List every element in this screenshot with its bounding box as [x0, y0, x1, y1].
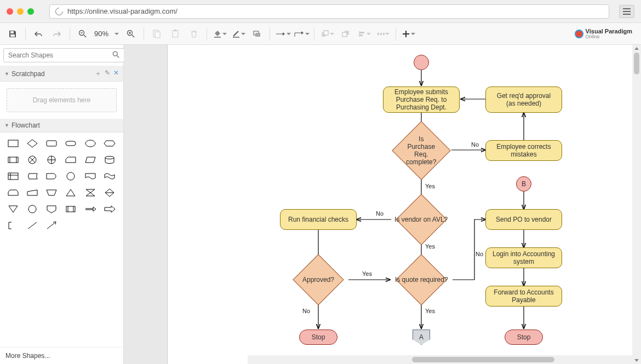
waypoint-button[interactable]: [293, 26, 310, 42]
shape-arrow-line[interactable]: [45, 220, 58, 231]
node-stop-1[interactable]: Stop: [299, 330, 337, 345]
node-corrects[interactable]: Employee corrects mistakes: [485, 140, 562, 161]
copy-button[interactable]: [148, 26, 165, 42]
svg-rect-16: [255, 33, 260, 37]
delete-button[interactable]: [186, 26, 202, 42]
shape-connector-circle[interactable]: [64, 171, 77, 182]
to-back-button[interactable]: [337, 26, 354, 42]
shape-rectangle[interactable]: [7, 138, 20, 149]
node-complete-q[interactable]: Is Purchase Req. complete?: [392, 121, 450, 180]
undo-button[interactable]: [30, 26, 47, 42]
zoom-dropdown[interactable]: [112, 26, 121, 42]
shape-hexagon[interactable]: [103, 138, 116, 149]
maximize-window-icon[interactable]: [27, 8, 34, 15]
paste-button[interactable]: [167, 26, 184, 42]
shape-extract[interactable]: [64, 187, 77, 198]
shape-stored-data[interactable]: [26, 171, 39, 182]
shape-merge[interactable]: [7, 204, 20, 215]
node-avl-q[interactable]: Is vendor on AVL?: [396, 194, 447, 245]
scratchpad-dropzone[interactable]: Drag elements here: [7, 88, 117, 112]
shape-card[interactable]: [64, 154, 77, 165]
node-approved-q[interactable]: Approved?: [293, 254, 344, 305]
scratchpad-header[interactable]: ▼ Scratchpad ＋ ✎ ✕: [0, 66, 123, 82]
shape-display[interactable]: [64, 204, 77, 215]
shape-annotation[interactable]: [7, 220, 20, 231]
shape-predefined[interactable]: [7, 154, 20, 165]
scrollbar-thumb-v[interactable]: [634, 53, 639, 74]
svg-rect-33: [47, 141, 56, 146]
scroll-up-icon[interactable]: [634, 47, 639, 50]
shape-line[interactable]: [26, 220, 39, 231]
shape-transfer[interactable]: [84, 204, 97, 215]
search-icon[interactable]: [112, 51, 120, 60]
scratchpad-close-icon[interactable]: ✕: [113, 69, 119, 78]
node-a-offpage[interactable]: A: [413, 330, 430, 345]
svg-point-45: [105, 157, 114, 159]
insert-button[interactable]: [400, 26, 417, 42]
shape-manual-input[interactable]: [26, 187, 39, 198]
canvas-area[interactable]: Employee submits Purchase Req. to Purcha…: [124, 45, 641, 364]
label-yes-1: Yes: [425, 183, 435, 189]
distribute-button[interactable]: [375, 26, 391, 42]
label-no-2: No: [376, 210, 384, 217]
shape-tape[interactable]: [103, 171, 116, 182]
horizontal-scrollbar[interactable]: [248, 355, 632, 364]
redo-button[interactable]: [49, 26, 65, 42]
shape-arrow[interactable]: [103, 204, 116, 215]
browser-menu-button[interactable]: [619, 5, 634, 18]
connection-button[interactable]: [274, 26, 291, 42]
scroll-down-icon[interactable]: [634, 359, 639, 362]
svg-point-30: [113, 51, 117, 56]
node-fin-checks[interactable]: Run financial checks: [280, 209, 357, 230]
brand-logo-area[interactable]: Visual Paradigm Online: [575, 28, 637, 39]
reload-icon[interactable]: [54, 6, 65, 17]
shape-internal-storage[interactable]: [7, 171, 20, 182]
search-shapes-input[interactable]: [3, 48, 124, 62]
shape-rounded-rect[interactable]: [45, 138, 58, 149]
url-bar[interactable]: https://online.visual-paradigm.com/: [49, 4, 609, 19]
shape-loop-limit[interactable]: [7, 187, 20, 198]
close-window-icon[interactable]: [7, 8, 13, 15]
node-approval[interactable]: Get req'd approval (as needed): [485, 86, 562, 113]
shape-ellipse[interactable]: [84, 138, 97, 149]
flowchart-header[interactable]: ▼ Flowchart: [0, 119, 123, 132]
node-quote-q[interactable]: Is quote required?: [396, 254, 447, 305]
shape-cylinder[interactable]: [103, 154, 116, 165]
to-front-button[interactable]: [319, 26, 335, 42]
shadow-button[interactable]: [249, 26, 265, 42]
shape-sum[interactable]: [45, 154, 58, 165]
zoom-in-button[interactable]: [123, 26, 139, 42]
zoom-out-button[interactable]: [75, 26, 91, 42]
minimize-window-icon[interactable]: [17, 8, 24, 15]
line-color-button[interactable]: [230, 26, 247, 42]
more-shapes-link[interactable]: More Shapes...: [0, 347, 123, 364]
node-forward-ap[interactable]: Forward to Accounts Payable: [485, 286, 562, 307]
vertical-scrollbar[interactable]: [632, 45, 641, 364]
shape-or[interactable]: [26, 154, 39, 165]
scratchpad-add-icon[interactable]: ＋: [95, 69, 101, 78]
shape-collate[interactable]: [84, 187, 97, 198]
shape-circle2[interactable]: [26, 204, 39, 215]
shape-terminator[interactable]: [64, 138, 77, 149]
node-send-po[interactable]: Send PO to vendor: [485, 209, 562, 230]
shape-parallelogram[interactable]: [84, 154, 97, 165]
svg-rect-21: [342, 32, 347, 37]
node-submit[interactable]: Employee submits Purchase Req. to Purcha…: [383, 86, 460, 113]
sidebar: ▼ Scratchpad ＋ ✎ ✕ Drag elements here ▼ …: [0, 45, 124, 364]
shape-manual-op[interactable]: [45, 187, 58, 198]
start-node[interactable]: [414, 55, 429, 70]
fill-color-button[interactable]: [211, 26, 228, 42]
node-b-connector[interactable]: B: [516, 176, 531, 192]
diagram-canvas[interactable]: Employee submits Purchase Req. to Purcha…: [168, 45, 639, 364]
shape-diamond[interactable]: [26, 138, 39, 149]
align-button[interactable]: [356, 26, 373, 42]
save-button[interactable]: [4, 26, 21, 42]
scratchpad-edit-icon[interactable]: ✎: [105, 69, 110, 78]
node-stop-2[interactable]: Stop: [505, 330, 543, 345]
shape-offpage[interactable]: [45, 204, 58, 215]
shape-document[interactable]: [84, 171, 97, 182]
node-login-accounting[interactable]: Login into Accounting system: [485, 247, 562, 268]
shape-sort[interactable]: [103, 187, 116, 198]
scrollbar-thumb-h[interactable]: [412, 357, 554, 362]
shape-delay[interactable]: [45, 171, 58, 182]
